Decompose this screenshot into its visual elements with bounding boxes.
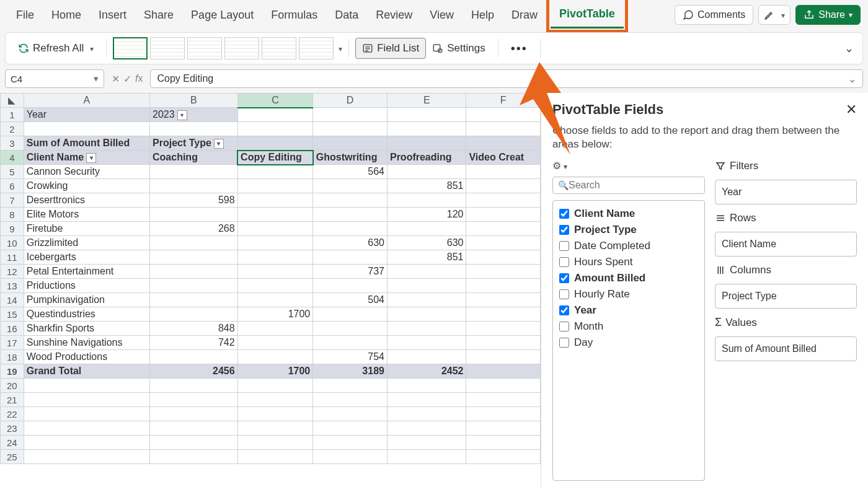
cell[interactable] — [24, 450, 149, 464]
cell[interactable]: 1700 — [237, 307, 313, 322]
cell[interactable] — [150, 350, 238, 364]
filters-drop-area[interactable]: Year — [715, 180, 857, 204]
name-box[interactable]: C4▾ — [5, 69, 104, 88]
row-header[interactable]: 13 — [1, 279, 24, 293]
cell[interactable] — [237, 265, 313, 279]
filter-dropdown[interactable]: ▾ — [177, 110, 187, 120]
style-swatch[interactable] — [262, 37, 296, 59]
cell[interactable] — [150, 208, 238, 222]
cell[interactable] — [150, 379, 238, 393]
tab-draw[interactable]: Draw — [503, 2, 546, 28]
fx-icon[interactable]: fx — [135, 73, 143, 84]
cell[interactable]: 268 — [150, 222, 238, 236]
cell[interactable]: 2023▾ — [150, 108, 238, 122]
cell[interactable] — [466, 136, 541, 151]
cell[interactable]: 1700 — [237, 364, 313, 379]
cell[interactable]: Ghostwriting — [313, 151, 388, 165]
cell[interactable]: Coaching — [150, 151, 238, 165]
cell[interactable] — [387, 108, 466, 122]
row-header[interactable]: 25 — [1, 450, 24, 464]
cell[interactable]: Sharkfin Sports — [24, 322, 149, 336]
cell[interactable] — [24, 393, 149, 407]
row-header[interactable]: 1 — [1, 108, 24, 122]
cell[interactable] — [237, 450, 313, 464]
cell[interactable]: Grizzlimited — [24, 236, 149, 250]
tab-home[interactable]: Home — [43, 2, 90, 28]
cell[interactable] — [24, 379, 149, 393]
cell[interactable]: Cannon Security — [24, 165, 149, 179]
cell[interactable]: 851 — [387, 250, 466, 265]
cell[interactable]: 3189 — [313, 364, 388, 379]
field-checkbox[interactable] — [559, 338, 569, 348]
cell[interactable] — [150, 279, 238, 293]
cell[interactable]: Pumpkinavigation — [24, 293, 149, 307]
cell[interactable] — [313, 108, 388, 122]
field-item[interactable]: Project Type — [559, 222, 698, 238]
row-header[interactable]: 11 — [1, 250, 24, 265]
field-item[interactable]: Date Completed — [559, 238, 698, 254]
cell[interactable] — [466, 208, 541, 222]
cell[interactable] — [466, 250, 541, 265]
cell[interactable] — [466, 350, 541, 364]
row-header[interactable]: 9 — [1, 222, 24, 236]
cell[interactable]: 2456 — [150, 364, 238, 379]
cell[interactable] — [313, 436, 388, 450]
row-header[interactable]: 20 — [1, 379, 24, 393]
cell[interactable] — [387, 322, 466, 336]
tab-insert[interactable]: Insert — [90, 2, 135, 28]
field-checkbox[interactable] — [559, 289, 569, 299]
field-checkbox[interactable] — [559, 273, 569, 283]
cell[interactable] — [466, 421, 541, 436]
row-header[interactable]: 6 — [1, 179, 24, 193]
cell[interactable] — [387, 122, 466, 136]
col-header[interactable]: C — [237, 94, 313, 108]
row-header[interactable]: 22 — [1, 407, 24, 421]
row-header[interactable]: 4 — [1, 151, 24, 165]
cell[interactable]: 742 — [150, 336, 238, 350]
cell[interactable] — [387, 393, 466, 407]
cell[interactable] — [237, 336, 313, 350]
cell[interactable] — [150, 236, 238, 250]
cell[interactable] — [313, 322, 388, 336]
row-header[interactable]: 2 — [1, 122, 24, 136]
spreadsheet-grid[interactable]: ◣ A B C D E F 1 Year 2023▾ 2 3 Sum — [0, 93, 541, 487]
cell[interactable] — [466, 336, 541, 350]
cell[interactable]: 2452 — [387, 364, 466, 379]
cell[interactable] — [237, 407, 313, 421]
active-cell[interactable]: Copy Editing — [237, 151, 313, 165]
cell[interactable] — [466, 293, 541, 307]
col-header[interactable]: A — [24, 94, 149, 108]
row-header[interactable]: 17 — [1, 336, 24, 350]
style-swatch[interactable] — [113, 37, 148, 59]
cell[interactable]: Petal Entertainment — [24, 265, 149, 279]
style-swatch[interactable] — [187, 37, 222, 59]
tab-page-layout[interactable]: Page Layout — [182, 2, 262, 28]
col-header[interactable]: E — [387, 94, 466, 108]
cell[interactable]: Wood Productions — [24, 350, 149, 364]
cell[interactable] — [466, 108, 541, 122]
cell[interactable] — [150, 179, 238, 193]
cell[interactable] — [313, 122, 388, 136]
col-header[interactable]: F — [466, 94, 541, 108]
cell[interactable]: Firetube — [24, 222, 149, 236]
cell[interactable] — [237, 279, 313, 293]
cell[interactable]: Proofreading — [387, 151, 466, 165]
cell[interactable] — [237, 236, 313, 250]
cell[interactable] — [387, 379, 466, 393]
field-checkbox[interactable] — [559, 322, 569, 331]
cell[interactable] — [237, 122, 313, 136]
cell[interactable] — [150, 421, 238, 436]
cell[interactable] — [24, 421, 149, 436]
cell[interactable]: Sum of Amount Billed — [24, 136, 149, 151]
columns-drop-area[interactable]: Project Type — [715, 284, 857, 309]
filter-dropdown[interactable]: ▾ — [214, 139, 224, 149]
edit-mode-button[interactable] — [758, 5, 790, 25]
tab-formulas[interactable]: Formulas — [262, 2, 326, 28]
cell[interactable] — [237, 108, 313, 122]
cell[interactable] — [387, 193, 466, 208]
cell[interactable] — [466, 450, 541, 464]
cell[interactable] — [237, 421, 313, 436]
row-header[interactable]: 21 — [1, 393, 24, 407]
field-list-button[interactable]: Field List — [355, 38, 426, 59]
cell[interactable] — [466, 165, 541, 179]
